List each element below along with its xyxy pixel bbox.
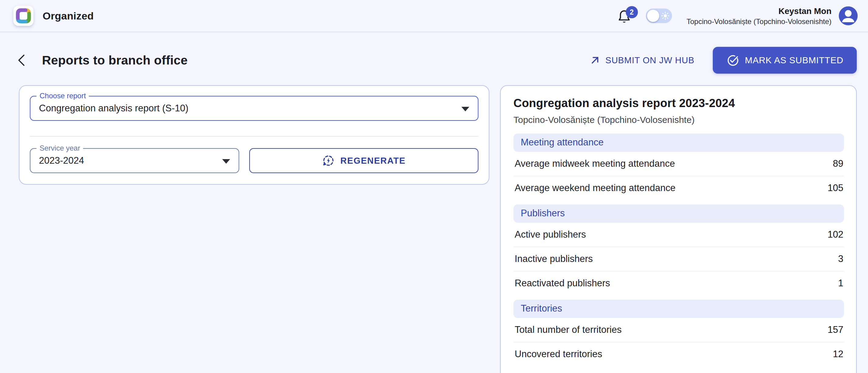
row-label: Active publishers [515,229,586,240]
row-value: 157 [828,324,843,335]
mark-as-submitted-button[interactable]: MARK AS SUBMITTED [713,47,857,74]
section-header-publishers: Publishers [514,205,844,223]
app-name: Organized [42,10,94,22]
choose-report-value: Congregation analysis report (S-10) [39,103,188,114]
chevron-left-icon [17,54,27,66]
table-row: Average midweek meeting attendance 89 [514,152,844,176]
submit-on-jw-hub-label: SUBMIT ON JW HUB [606,55,694,65]
check-circle-icon [726,54,739,67]
mark-as-submitted-label: MARK AS SUBMITTED [745,55,843,65]
report-selection-card: Choose report Congregation analysis repo… [19,85,489,185]
report-result-card: Congregation analysis report 2023-2024 T… [500,85,857,373]
arrow-outward-icon [590,55,600,66]
chevron-down-icon [222,159,230,164]
row-value: 3 [838,253,843,265]
top-bar: Organized 2 Keystan Mon Topcino-Volosăni… [0,0,868,32]
row-value: 89 [833,158,843,169]
form-row: Service year 2023-2024 REGENERATE [30,148,478,173]
regenerate-icon [322,154,335,167]
table-row: Active publishers 102 [514,223,844,247]
section-header-territories: Territories [514,300,844,318]
table-row: Inactive publishers 3 [514,247,844,271]
page-title: Reports to branch office [42,53,188,67]
user-info: Keystan Mon Topcino-Volosăniște (Topchin… [687,6,832,26]
toggle-knob [647,10,659,22]
sun-icon [661,11,670,20]
choose-report-select[interactable]: Choose report Congregation analysis repo… [30,96,478,121]
back-button[interactable] [14,52,30,68]
report-title: Congregation analysis report 2023-2024 [514,97,844,110]
row-label: Average weekend meeting attendance [515,183,676,193]
person-icon [839,6,858,25]
row-label: Inactive publishers [515,253,593,265]
service-year-value: 2023-2024 [39,155,84,166]
row-value: 1 [838,278,843,289]
regenerate-button[interactable]: REGENERATE [249,148,478,173]
table-row: Average weekend meeting attendance 105 [514,176,844,200]
row-value: 105 [828,183,843,193]
regenerate-label: REGENERATE [340,156,405,166]
table-row: Uncovered territories 12 [514,342,844,366]
user-congregation: Topcino-Volosăniște (Topchino-Volosenish… [687,17,832,26]
row-label: Average midweek meeting attendance [515,158,675,169]
report-subtitle: Topcino-Volosăniște (Topchino-Volosenish… [514,115,844,125]
main-content: Choose report Congregation analysis repo… [0,85,868,373]
avatar-button[interactable] [839,6,858,25]
service-year-select[interactable]: Service year 2023-2024 [30,148,239,173]
divider [30,136,478,136]
choose-report-label: Choose report [36,92,89,100]
user-name: Keystan Mon [687,6,832,17]
section-header-meeting-attendance: Meeting attendance [514,133,844,152]
row-label: Uncovered territories [515,349,602,360]
service-year-label: Service year [36,144,83,152]
table-row: Reactivated publishers 1 [514,271,844,296]
app-logo[interactable] [13,6,33,26]
notifications-button[interactable]: 2 [617,7,633,25]
row-value: 102 [828,229,843,240]
row-label: Reactivated publishers [515,278,610,289]
notification-badge: 2 [626,6,638,18]
page-header: Reports to branch office SUBMIT ON JW HU… [0,32,868,85]
table-row: Total number of territories 157 [514,318,844,342]
submit-on-jw-hub-button[interactable]: SUBMIT ON JW HUB [588,52,696,69]
chevron-down-icon [461,107,469,111]
organized-logo-icon [14,7,32,25]
row-value: 12 [833,349,843,360]
row-label: Total number of territories [515,324,621,335]
theme-toggle[interactable] [646,8,672,23]
